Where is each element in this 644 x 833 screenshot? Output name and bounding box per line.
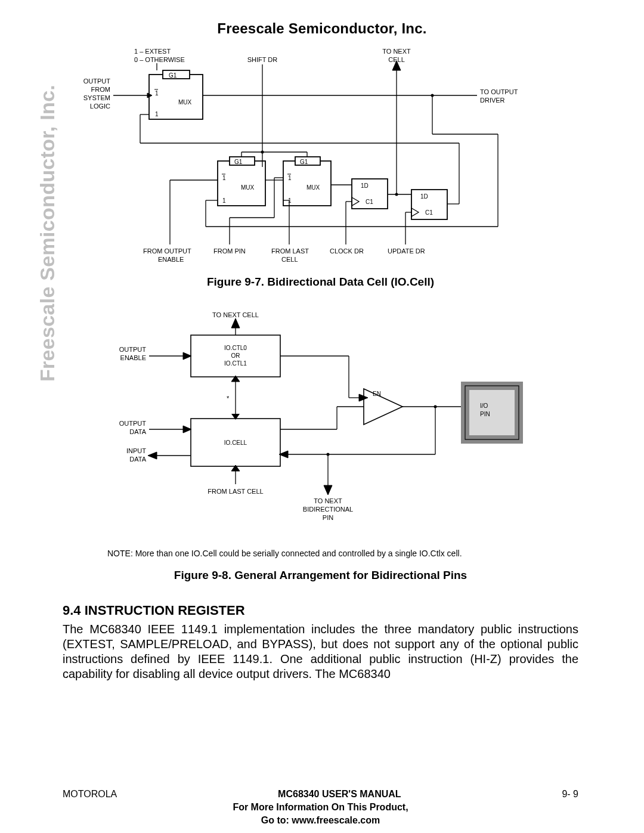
one-m2: 1: [222, 197, 226, 204]
svg-marker-53: [231, 318, 240, 328]
svg-point-8: [431, 94, 434, 97]
svg-marker-56: [183, 352, 191, 360]
footer-line3: Go to: www.freescale.com: [63, 815, 578, 826]
mux-m3: MUX: [306, 184, 320, 191]
sys-out2: FROM: [91, 86, 110, 93]
footer-center: MC68340 USER'S MANUAL: [278, 789, 401, 800]
svg-point-38: [261, 151, 264, 154]
extest-line1: 1 – EXTEST: [134, 48, 171, 55]
shiftdr-label: SHIFT DR: [247, 56, 278, 63]
star: *: [227, 395, 230, 402]
svg-marker-84: [324, 485, 332, 495]
diagram-io-cell: 1 – EXTEST 0 – OTHERWISE SHIFT DR TO NEX…: [63, 42, 578, 268]
svg-marker-70: [183, 426, 191, 433]
footer-left: MOTOROLA: [63, 789, 117, 800]
outdata-2: DATA: [129, 428, 146, 435]
svg-marker-79: [148, 452, 157, 459]
onebar-m3: 1: [288, 175, 292, 181]
d2-tonextbidir1: TO NEXT: [314, 497, 342, 504]
figure-9-7-caption: Figure 9-7. Bidirectional Data Cell (IO.…: [63, 275, 578, 289]
indata-1: INPUT: [126, 447, 146, 454]
figure-9-8-note: NOTE: More than one IO.Cell could be ser…: [107, 549, 578, 558]
page-footer: MOTOROLA MC68340 USER'S MANUAL 9- 9 For …: [63, 789, 578, 826]
diagram-bidir-pins: TO NEXT CELL IO.CTL0 OR IO.CTL1 OUTPUT E…: [63, 305, 578, 544]
one-top: 1: [155, 111, 159, 117]
extest-line2: 0 – OTHERWISE: [134, 56, 185, 63]
section-9-4-body: The MC68340 IEEE 1149.1 implementation i…: [63, 622, 578, 682]
tonext-label1: TO NEXT: [382, 48, 411, 55]
svg-marker-64: [364, 389, 402, 425]
to-output1: TO OUTPUT: [480, 88, 518, 95]
g1-m3: G1: [300, 159, 308, 165]
svg-point-75: [434, 405, 437, 408]
page-header: Freescale Semiconductor, Inc.: [0, 0, 644, 37]
g1-top: G1: [169, 72, 177, 79]
g1-m2: G1: [234, 159, 243, 165]
from-last-cell-2: CELL: [281, 256, 298, 263]
from-last-cell-1: FROM LAST: [271, 247, 309, 255]
ff1-1d: 1D: [361, 182, 369, 189]
iocell-label: IO.CELL: [224, 439, 247, 446]
svg-marker-2: [147, 93, 152, 98]
d2-fromlastcell: FROM LAST CELL: [208, 488, 263, 495]
d2-tonextcell: TO NEXT CELL: [212, 311, 259, 318]
from-outenable-1: FROM OUTPUT: [143, 247, 191, 255]
outdata-1: OUTPUT: [119, 420, 147, 427]
outenable-2: ENABLE: [120, 354, 146, 361]
svg-marker-21: [352, 197, 359, 206]
svg-marker-23: [411, 208, 419, 216]
d2-tonextbidir2: BIDIRECTIONAL: [303, 506, 353, 513]
svg-rect-65: [465, 386, 519, 439]
updatedr-label: UPDATE DR: [388, 247, 425, 255]
to-output2: DRIVER: [480, 97, 505, 104]
en-label: EN: [373, 391, 381, 397]
clockdr-label: CLOCK DR: [330, 247, 364, 255]
indata-2: DATA: [129, 456, 146, 463]
from-pin-label: FROM PIN: [213, 247, 246, 255]
outenable-1: OUTPUT: [119, 346, 147, 353]
mux-m2: MUX: [241, 184, 255, 191]
d2-tonextbidir3: PIN: [323, 514, 333, 521]
side-watermark: Freescale Semiconductor, Inc.: [36, 85, 59, 382]
sys-out1: OUTPUT: [83, 78, 111, 85]
ff2-c1: C1: [425, 209, 433, 216]
from-outenable-2: ENABLE: [158, 256, 184, 263]
sys-out4: LOGIC: [90, 103, 110, 110]
ioctl-2: OR: [231, 352, 240, 359]
io-pin-1: I/O: [480, 402, 488, 409]
onebar-top: 1: [155, 90, 159, 97]
section-9-4-heading: 9.4 INSTRUCTION REGISTER: [63, 603, 578, 618]
sys-out3: SYSTEM: [83, 94, 110, 101]
svg-point-83: [327, 453, 330, 456]
ff1-c1: C1: [366, 199, 373, 205]
mux-top-text: MUX: [178, 99, 192, 106]
ioctl-1: IO.CTL0: [224, 345, 247, 351]
footer-line2: For More Information On This Product,: [63, 802, 578, 813]
figure-9-8-caption: Figure 9-8. General Arrangement for Bidi…: [63, 569, 578, 582]
footer-right: 9- 9: [562, 789, 578, 800]
onebar-m2: 1: [222, 175, 226, 181]
ff2-1d: 1D: [420, 193, 428, 200]
io-pin-2: PIN: [480, 411, 490, 417]
ioctl-3: IO.CTL1: [224, 360, 247, 367]
